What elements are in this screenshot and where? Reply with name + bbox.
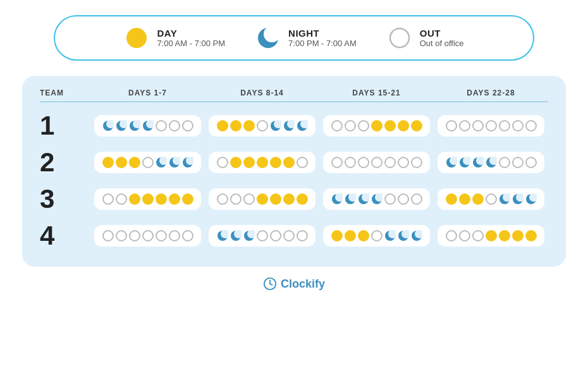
out-symbol: [371, 230, 383, 241]
out-symbol: [345, 157, 356, 168]
night-symbol: [283, 120, 295, 131]
day-cell: [94, 115, 201, 137]
day-symbol: [358, 230, 369, 241]
team-number: 2: [40, 149, 90, 176]
day-cell: [209, 115, 315, 137]
night-symbol: [156, 157, 167, 168]
day-symbol: [169, 193, 180, 205]
out-symbol: [446, 230, 457, 241]
out-symbol: [499, 157, 510, 168]
day-cell: [323, 115, 430, 137]
night-symbol: [371, 193, 383, 205]
out-symbol: [142, 230, 154, 241]
out-symbol: [102, 230, 114, 241]
svg-line-60: [270, 284, 273, 285]
day-cell: [209, 225, 315, 247]
out-symbol: [371, 157, 383, 168]
svg-point-2: [264, 26, 280, 42]
out-symbol: [156, 120, 167, 131]
day-symbol: [446, 193, 457, 205]
legend-item-night: NIGHT 7:00 PM - 7:00 AM: [255, 25, 357, 51]
out-symbol: [297, 157, 308, 168]
day-cell: [323, 188, 430, 210]
day-symbol: [283, 157, 295, 168]
day-symbol: [142, 193, 154, 205]
team-number: 4: [40, 222, 90, 249]
footer: Clockify: [263, 277, 325, 291]
out-symbol: [257, 230, 268, 241]
night-symbol: [182, 157, 193, 168]
day-symbol: [472, 193, 484, 205]
day-symbol: [217, 120, 228, 131]
out-symbol: [472, 230, 484, 241]
out-symbol: [182, 120, 193, 131]
night-symbol: [512, 193, 524, 205]
day-symbol: [156, 193, 167, 205]
night-symbol: [486, 157, 497, 168]
sun-icon: [124, 25, 149, 51]
table-body: 1234: [40, 107, 548, 254]
schedule-card: TEAM DAYS 1-7 DAYS 8-14 DAYS 15-21 DAYS …: [22, 76, 566, 267]
brand-name: Clockify: [281, 277, 325, 291]
night-symbol: [230, 230, 242, 241]
moon-icon: [255, 25, 281, 51]
night-symbol: [411, 230, 422, 241]
out-symbol: [270, 230, 281, 241]
out-symbol: [384, 193, 396, 205]
day-symbol: [230, 120, 242, 131]
out-symbol: [459, 230, 470, 241]
day-symbol: [257, 193, 268, 205]
day-symbol: [129, 157, 140, 168]
night-symbol: [384, 230, 396, 241]
out-symbol: [411, 193, 422, 205]
out-symbol: [398, 193, 409, 205]
night-symbol: [398, 230, 409, 241]
out-symbol: [459, 120, 470, 131]
out-symbol: [182, 230, 193, 241]
night-symbol: [345, 193, 356, 205]
legend-out-title: OUT: [420, 28, 464, 39]
out-symbol: [499, 120, 510, 131]
day-symbol: [459, 193, 470, 205]
day-cell: [323, 152, 430, 173]
day-cell: [94, 188, 201, 210]
night-symbol: [102, 120, 114, 131]
out-symbol: [297, 230, 308, 241]
night-symbol: [499, 193, 510, 205]
day-symbol: [182, 193, 193, 205]
header-days4: DAYS 22-28: [434, 88, 548, 97]
day-cell: [438, 115, 544, 137]
night-symbol: [358, 193, 369, 205]
out-symbol: [486, 193, 497, 205]
out-symbol: [331, 157, 343, 168]
out-symbol: [331, 120, 343, 131]
day-cell: [209, 188, 315, 210]
out-symbol: [398, 157, 409, 168]
out-symbol: [358, 157, 369, 168]
day-symbol: [297, 193, 308, 205]
out-circle-icon: [387, 25, 412, 51]
header-days2: DAYS 8-14: [205, 88, 319, 97]
legend-day-sub: 7:00 AM - 7:00 PM: [157, 39, 225, 48]
night-symbol: [217, 230, 228, 241]
legend: DAY 7:00 AM - 7:00 PM NIGHT 7:00 PM - 7:…: [54, 15, 534, 61]
table-row: 3: [40, 181, 548, 217]
night-symbol: [116, 120, 127, 131]
legend-item-out: OUT Out of office: [387, 25, 464, 51]
night-symbol: [169, 157, 180, 168]
out-symbol: [217, 193, 228, 205]
day-symbol: [257, 157, 268, 168]
out-symbol: [142, 157, 154, 168]
night-symbol: [243, 230, 255, 241]
out-symbol: [358, 120, 369, 131]
out-symbol: [116, 230, 127, 241]
day-cell: [438, 225, 544, 247]
night-symbol: [446, 157, 457, 168]
out-symbol: [512, 157, 524, 168]
night-symbol: [459, 157, 470, 168]
night-symbol: [270, 120, 281, 131]
legend-night-title: NIGHT: [288, 28, 357, 39]
out-symbol: [446, 120, 457, 131]
day-symbol: [129, 193, 140, 205]
out-symbol: [230, 193, 242, 205]
